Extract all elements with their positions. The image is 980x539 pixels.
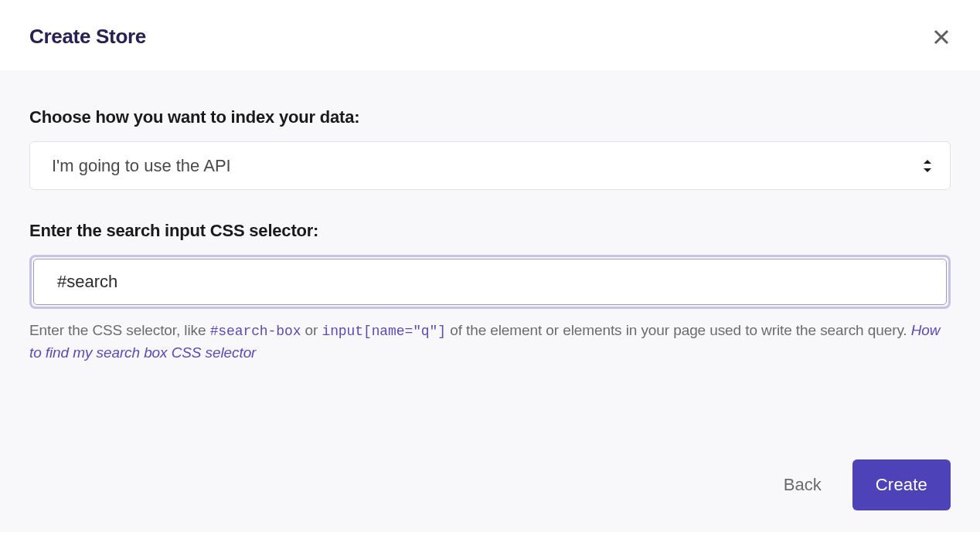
help-text-part: or (301, 322, 322, 338)
index-method-label: Choose how you want to index your data: (29, 107, 951, 127)
dialog-footer: Back Create (778, 459, 951, 510)
back-button[interactable]: Back (778, 467, 828, 503)
dialog-content: Choose how you want to index your data: … (0, 70, 980, 532)
selector-input[interactable] (33, 259, 947, 305)
create-button[interactable]: Create (852, 459, 951, 510)
selector-label: Enter the search input CSS selector: (29, 221, 951, 241)
help-code-example-2: input[name="q"] (322, 324, 446, 339)
help-code-example-1: #search-box (210, 324, 301, 339)
dialog-header: Create Store (0, 0, 980, 70)
close-icon[interactable] (932, 28, 951, 46)
index-method-select-wrapper: I'm going to use the API (29, 141, 951, 190)
selector-help-text: Enter the CSS selector, like #search-box… (29, 320, 951, 364)
dialog-title: Create Store (29, 25, 146, 49)
help-text-part: Enter the CSS selector, like (29, 322, 210, 338)
selector-input-wrapper (29, 255, 951, 309)
index-method-select[interactable]: I'm going to use the API (29, 141, 951, 190)
selector-input-focus-ring (29, 255, 951, 309)
help-text-part: of the element or elements in your page … (446, 322, 911, 338)
